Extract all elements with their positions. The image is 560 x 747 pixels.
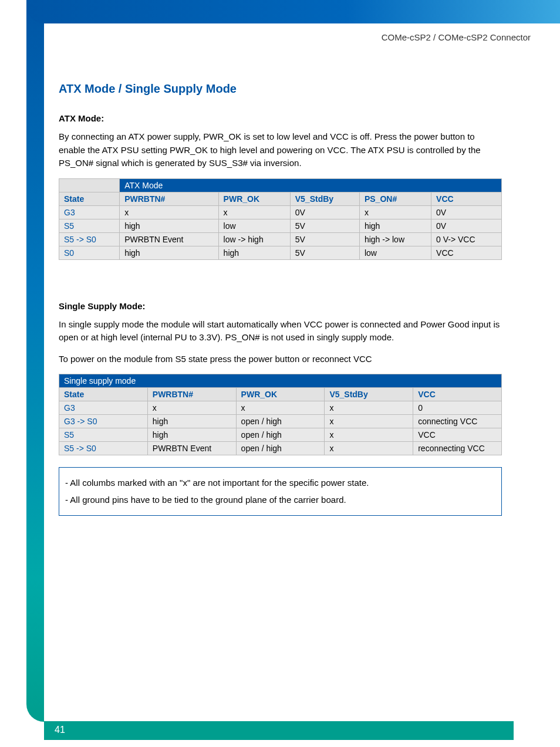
- cell: low: [218, 219, 290, 232]
- cell-state: S0: [59, 246, 120, 259]
- cell-state: S5 -> S0: [59, 232, 120, 246]
- atx-mode-table: ATX Mode State PWRBTN# PWR_OK V5_StdBy P…: [59, 178, 502, 260]
- table-row: S5 -> S0 PWRBTN Event open / high x reco…: [59, 442, 502, 455]
- atx-mode-heading: ATX Mode:: [59, 113, 502, 123]
- cell: high: [120, 246, 218, 259]
- cell: open / high: [236, 442, 325, 455]
- cell: x: [325, 401, 413, 415]
- cell: high: [120, 219, 218, 232]
- cell: x: [325, 442, 413, 455]
- cell: x: [147, 401, 236, 415]
- section-title: ATX Mode / Single Supply Mode: [59, 82, 502, 96]
- cell: 0: [413, 401, 502, 415]
- page-content: ATX Mode / Single Supply Mode ATX Mode: …: [59, 82, 502, 516]
- breadcrumb: COMe-cSP2 / COMe-cSP2 Connector: [382, 32, 531, 42]
- cell: 0V: [431, 219, 502, 232]
- col-head: PWR_OK: [218, 192, 290, 205]
- col-head: PWRBTN#: [120, 192, 218, 205]
- notes-box: - All columbs marked with an "x" are not…: [59, 467, 502, 516]
- cell: x: [325, 428, 413, 442]
- table-row: S5 high low 5V high 0V: [59, 219, 502, 232]
- cell-state: S5: [59, 219, 120, 232]
- single-supply-heading: Single Supply Mode:: [59, 301, 502, 311]
- atx-table-title: ATX Mode: [120, 178, 502, 192]
- table-header-row: State PWRBTN# PWR_OK V5_StdBy VCC: [59, 388, 502, 401]
- cell: high: [359, 219, 431, 232]
- page-number: 41: [44, 721, 514, 740]
- cell: x: [359, 205, 431, 219]
- cell: x: [120, 205, 218, 219]
- note-line: - All columbs marked with an "x" are not…: [65, 475, 495, 492]
- single-supply-paragraph-1: In single supply mode the module will st…: [59, 318, 502, 344]
- cell: x: [218, 205, 290, 219]
- cell: 0V: [431, 205, 502, 219]
- table-row: S5 high open / high x VCC: [59, 428, 502, 442]
- cell: PWRBTN Event: [147, 442, 236, 455]
- single-supply-table: Single supply mode State PWRBTN# PWR_OK …: [59, 374, 502, 455]
- col-head: V5_StdBy: [290, 192, 359, 205]
- cell: high: [147, 415, 236, 428]
- col-head: VCC: [431, 192, 502, 205]
- table-row: G3 -> S0 high open / high x connecting V…: [59, 415, 502, 428]
- cell: 0V: [290, 205, 359, 219]
- left-decor-bar: [26, 0, 44, 722]
- cell-state: S5: [59, 428, 148, 442]
- table-header-row: State PWRBTN# PWR_OK V5_StdBy PS_ON# VCC: [59, 192, 502, 205]
- cell: VCC: [431, 246, 502, 259]
- cell: PWRBTN Event: [120, 232, 218, 246]
- cell: open / high: [236, 428, 325, 442]
- table-row: S0 high high 5V low VCC: [59, 246, 502, 259]
- cell-state: G3: [59, 205, 120, 219]
- cell: connecting VCC: [413, 415, 502, 428]
- cell: x: [236, 401, 325, 415]
- single-table-title: Single supply mode: [59, 374, 502, 388]
- cell: 0 V-> VCC: [431, 232, 502, 246]
- cell: high -> low: [359, 232, 431, 246]
- cell: x: [325, 415, 413, 428]
- col-head: State: [59, 388, 148, 401]
- col-head: State: [59, 192, 120, 205]
- note-line: - All ground pins have to be tied to the…: [65, 492, 495, 509]
- top-decor-bar: [26, 0, 560, 23]
- cell: high: [147, 428, 236, 442]
- cell-state: G3: [59, 401, 148, 415]
- single-supply-paragraph-2: To power on the module from S5 state pre…: [59, 353, 502, 366]
- cell: reconnecting VCC: [413, 442, 502, 455]
- col-head: V5_StdBy: [325, 388, 413, 401]
- table-spacer: [59, 178, 120, 192]
- cell: 5V: [290, 232, 359, 246]
- cell: low -> high: [218, 232, 290, 246]
- col-head: PWR_OK: [236, 388, 325, 401]
- table-row: G3 x x x 0: [59, 401, 502, 415]
- table-row: G3 x x 0V x 0V: [59, 205, 502, 219]
- cell: 5V: [290, 246, 359, 259]
- cell-state: G3 -> S0: [59, 415, 148, 428]
- atx-mode-paragraph: By connecting an ATX power supply, PWR_O…: [59, 130, 502, 170]
- cell: open / high: [236, 415, 325, 428]
- cell: 5V: [290, 219, 359, 232]
- cell-state: S5 -> S0: [59, 442, 148, 455]
- cell: high: [218, 246, 290, 259]
- col-head: VCC: [413, 388, 502, 401]
- cell: low: [359, 246, 431, 259]
- col-head: PWRBTN#: [147, 388, 236, 401]
- table-row: S5 -> S0 PWRBTN Event low -> high 5V hig…: [59, 232, 502, 246]
- col-head: PS_ON#: [359, 192, 431, 205]
- cell: VCC: [413, 428, 502, 442]
